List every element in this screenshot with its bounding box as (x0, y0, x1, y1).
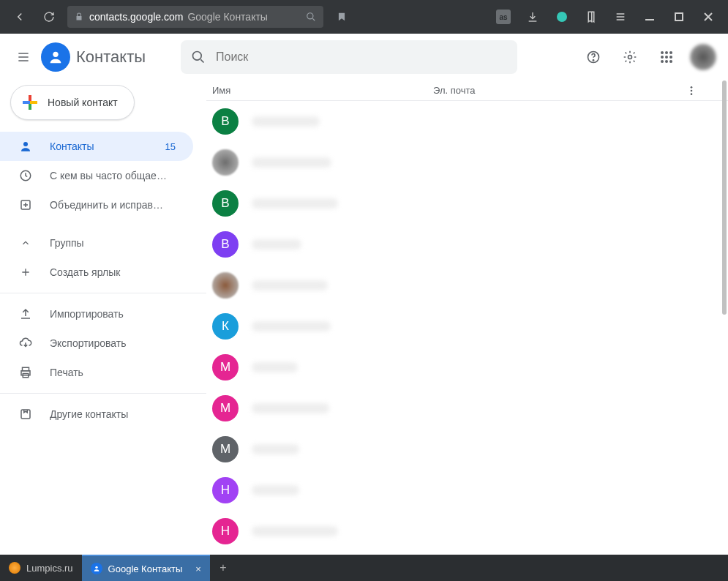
downloads-icon[interactable] (519, 3, 547, 31)
sidebar-item-label: Экспортировать (50, 337, 176, 349)
sidebar-import[interactable]: Импортировать (0, 299, 193, 329)
sidebar-other-contacts[interactable]: Другие контакты (0, 400, 193, 429)
sidebar-create-text: Создать ярлык (50, 266, 176, 278)
window-minimize[interactable] (636, 3, 664, 31)
page-content: Контакты Новый контакт Контакты 15 (0, 34, 728, 555)
contact-name-redacted (252, 321, 331, 331)
contact-row[interactable] (206, 265, 728, 306)
svg-point-3 (557, 12, 567, 22)
contact-row[interactable]: Н (206, 470, 728, 511)
new-tab-button[interactable]: + (210, 555, 236, 581)
contact-avatar: Н (212, 518, 239, 544)
tab-strip: Lumpics.ru Google Контакты × + (0, 555, 728, 581)
contacts-logo-icon (41, 42, 70, 72)
list-more-button[interactable] (678, 85, 705, 97)
bookmarks-icon[interactable] (577, 3, 605, 31)
reload-button[interactable] (35, 3, 63, 31)
col-name-header: Имя (206, 85, 433, 96)
sidebar-create-label[interactable]: Создать ярлык (0, 258, 193, 287)
contact-name-redacted (252, 444, 299, 454)
svg-point-15 (665, 56, 668, 59)
menu-icon[interactable] (607, 3, 634, 31)
sidebar-item-label: Импортировать (50, 308, 176, 320)
addr-search-icon[interactable] (306, 12, 316, 22)
bookmark-icon[interactable] (328, 3, 356, 31)
contact-row[interactable]: Н (206, 511, 728, 552)
main-menu-button[interactable] (6, 40, 41, 75)
account-avatar[interactable] (690, 44, 716, 70)
sidebar-groups-toggle[interactable]: Группы (0, 228, 193, 258)
contact-name-redacted (252, 362, 298, 372)
search-input[interactable] (216, 50, 507, 64)
contact-row[interactable] (206, 142, 728, 183)
new-contact-button[interactable]: Новый контакт (10, 85, 135, 120)
sidebar-item-label: С кем вы часто общае… (50, 170, 176, 181)
plus-small-icon (18, 266, 34, 278)
svg-point-9 (593, 60, 593, 61)
contact-avatar: М (212, 436, 239, 462)
sidebar-item-frequent[interactable]: С кем вы часто общае… (0, 161, 193, 190)
sidebar: Новый контакт Контакты 15 С кем вы часто… (0, 80, 206, 555)
contact-row[interactable]: В (206, 183, 728, 224)
favicon-icon (9, 562, 20, 574)
url-host: contacts.google.com (89, 11, 183, 23)
window-close[interactable] (694, 3, 722, 31)
browser-tab[interactable]: Lumpics.ru (0, 555, 82, 581)
chevron-up-icon (18, 238, 34, 248)
contact-avatar (212, 272, 239, 299)
sidebar-item-contacts[interactable]: Контакты 15 (0, 132, 193, 161)
ext-circle-icon[interactable] (548, 3, 576, 31)
svg-point-12 (665, 51, 668, 54)
sidebar-separator (0, 293, 206, 293)
ext-lastfm-icon[interactable]: as (489, 3, 517, 31)
search-icon (191, 50, 206, 64)
app-header: Контакты (0, 34, 728, 80)
sidebar-print[interactable]: Печать (0, 358, 193, 387)
contact-avatar: В (212, 190, 239, 217)
help-button[interactable] (576, 40, 611, 75)
contact-avatar (212, 149, 239, 176)
contact-avatar: М (212, 354, 239, 381)
svg-point-27 (691, 86, 693, 89)
cloud-download-icon (18, 337, 34, 350)
sidebar-item-label: Печать (50, 367, 176, 378)
merge-icon (18, 198, 34, 211)
favicon-icon (91, 563, 102, 574)
sidebar-item-merge[interactable]: Объединить и исправ… (0, 190, 193, 220)
window-maximize[interactable] (665, 3, 693, 31)
contact-row[interactable]: М (206, 347, 728, 388)
contact-row[interactable]: К (206, 306, 728, 347)
svg-point-16 (669, 56, 672, 59)
new-contact-label: Новый контакт (48, 97, 118, 108)
archive-icon (18, 408, 34, 421)
contact-name-redacted (252, 485, 299, 495)
svg-rect-4 (645, 19, 654, 20)
contact-row[interactable]: М (206, 388, 728, 429)
contact-list: ВВВКМММНН (206, 101, 728, 552)
svg-point-20 (23, 142, 28, 146)
contact-avatar: В (212, 108, 239, 135)
apps-button[interactable] (649, 40, 684, 75)
col-email-header: Эл. почта (433, 85, 678, 96)
settings-button[interactable] (612, 40, 648, 75)
svg-point-14 (661, 56, 664, 59)
back-button[interactable] (6, 3, 34, 31)
tab-close-icon[interactable]: × (195, 563, 201, 574)
contact-row[interactable]: М (206, 429, 728, 470)
plus-icon (21, 94, 39, 111)
lock-icon (75, 12, 83, 21)
browser-tab-active[interactable]: Google Контакты × (82, 555, 210, 581)
svg-text:as: as (499, 13, 508, 21)
contact-avatar: В (212, 231, 239, 258)
svg-point-19 (669, 60, 672, 63)
app-title: Контакты (76, 48, 146, 67)
sidebar-export[interactable]: Экспортировать (0, 329, 193, 358)
search-box[interactable] (181, 40, 517, 74)
address-bar[interactable]: contacts.google.com Google Контакты (67, 6, 323, 28)
scrollbar[interactable] (722, 80, 727, 315)
contact-row[interactable]: В (206, 224, 728, 265)
sidebar-item-count: 15 (165, 141, 176, 152)
url-title: Google Контакты (187, 11, 268, 23)
contact-name-redacted (252, 198, 338, 209)
contact-row[interactable]: В (206, 101, 728, 142)
